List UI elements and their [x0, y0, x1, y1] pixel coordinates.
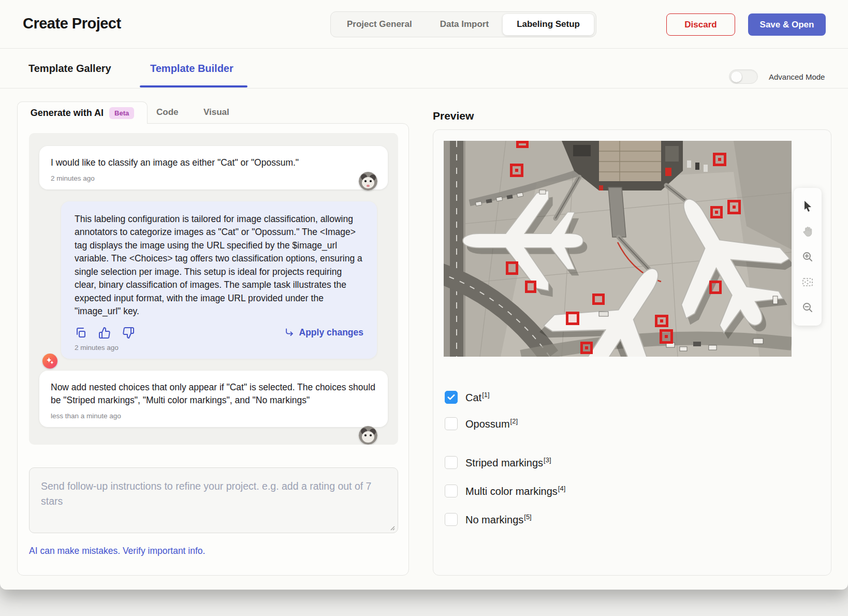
followup-input[interactable] [29, 467, 398, 533]
choice-no-markings[interactable]: No markings[5] [445, 512, 532, 526]
preview-image[interactable] [444, 141, 792, 357]
pan-tool-icon[interactable] [800, 224, 815, 239]
apply-changes-button[interactable]: Apply changes [284, 327, 363, 338]
wizard-step-tabs: Project General Data Import Labeling Set… [330, 11, 596, 37]
fit-screen-icon[interactable] [800, 275, 815, 289]
preview-title: Preview [433, 110, 474, 122]
hotkey-badge: [2] [510, 417, 518, 425]
header: Create Project Project General Data Impo… [0, 0, 848, 49]
annotation-layer [444, 141, 792, 357]
tab-code[interactable]: Code [156, 101, 179, 123]
hotkey-badge: [1] [482, 391, 489, 399]
cursor-tool-icon[interactable] [800, 199, 815, 213]
tab-project-general[interactable]: Project General [333, 14, 426, 35]
create-project-modal: Create Project Project General Data Impo… [0, 0, 848, 590]
beta-badge: Beta [109, 107, 134, 119]
ai-disclaimer: AI can make mistakes. Verify important i… [29, 546, 205, 556]
tab-visual[interactable]: Visual [203, 101, 229, 123]
thumbs-up-icon[interactable] [98, 327, 111, 339]
message-text: This labeling configuration is tailored … [75, 213, 363, 318]
annotation-box [655, 315, 668, 327]
choice-label: Cat[1] [465, 391, 490, 404]
zoom-in-icon[interactable] [800, 250, 815, 264]
chat-history[interactable]: I would like to classify an image as eit… [29, 133, 398, 445]
ai-avatar [42, 354, 57, 369]
tab-template-gallery[interactable]: Template Gallery [28, 63, 111, 75]
image-toolbar [794, 188, 822, 326]
annotation-box [727, 200, 741, 214]
active-tab-underline [140, 85, 247, 87]
annotation-box [580, 342, 593, 354]
choice-label: Striped markings[3] [465, 456, 551, 469]
zoom-out-icon[interactable] [800, 300, 815, 315]
annotation-box [516, 141, 529, 148]
message-text: Now add nested choices that only appear … [51, 381, 376, 407]
choice-striped-markings[interactable]: Striped markings[3] [445, 455, 551, 470]
toggle-knob [731, 71, 742, 82]
user-avatar [359, 426, 377, 445]
choice-label: Multi color markings[4] [465, 485, 565, 497]
template-subnav: Template Gallery Template Builder Advanc… [0, 49, 848, 89]
discard-button[interactable]: Discard [666, 13, 735, 36]
advanced-mode-label: Advanced Mode [769, 72, 825, 81]
message-timestamp: less than a minute ago [51, 412, 376, 420]
tab-data-import[interactable]: Data Import [426, 14, 503, 35]
chat-message-user: Now add nested choices that only appear … [39, 371, 388, 427]
checkbox[interactable] [445, 513, 458, 526]
checkbox[interactable] [445, 391, 458, 404]
message-timestamp: 2 minutes ago [51, 174, 376, 182]
apply-changes-label: Apply changes [299, 327, 363, 338]
annotation-box [506, 261, 518, 275]
thumbs-down-icon[interactable] [122, 327, 135, 339]
message-text: I would like to classify an image as eit… [51, 156, 376, 170]
checkbox[interactable] [445, 417, 458, 430]
tab-template-builder[interactable]: Template Builder [150, 63, 233, 75]
preview-panel: Cat[1] Opossum[2] Striped markings[3] Mu… [433, 129, 831, 576]
message-timestamp: 2 minutes ago [75, 344, 363, 351]
chat-message-assistant: This labeling configuration is tailored … [61, 201, 377, 359]
generate-ai-tab-label: Generate with AI [31, 108, 104, 119]
copy-icon[interactable] [75, 327, 87, 339]
tab-labeling-setup[interactable]: Labeling Setup [503, 14, 594, 35]
save-open-button[interactable]: Save & Open [748, 13, 826, 36]
user-avatar [359, 172, 377, 190]
annotation-box [710, 206, 723, 218]
annotation-box [660, 329, 673, 344]
choice-multi-color-markings[interactable]: Multi color markings[4] [445, 483, 565, 498]
choice-label: No markings[5] [465, 513, 532, 526]
advanced-mode-toggle[interactable] [729, 69, 758, 84]
checkbox[interactable] [445, 485, 458, 497]
choice-cat[interactable]: Cat[1] [445, 390, 490, 404]
annotation-box [713, 153, 726, 166]
choice-label: Opossum[2] [465, 417, 518, 430]
annotation-box [510, 164, 523, 177]
chat-message-user: I would like to classify an image as eit… [39, 146, 388, 189]
hotkey-badge: [4] [558, 485, 565, 492]
annotation-box [566, 312, 579, 325]
annotation-box [525, 281, 536, 293]
hotkey-badge: [3] [544, 456, 551, 464]
page-title: Create Project [23, 15, 121, 32]
message-actions: Apply changes [75, 327, 363, 339]
tab-generate-with-ai[interactable]: Generate with AI Beta [17, 101, 148, 124]
choice-opossum[interactable]: Opossum[2] [445, 416, 518, 431]
hotkey-badge: [5] [524, 513, 531, 521]
ai-builder-panel: I would like to classify an image as eit… [17, 123, 409, 576]
checkbox[interactable] [445, 456, 458, 469]
annotation-box [709, 281, 722, 294]
annotation-box [592, 294, 605, 305]
apply-arrow-icon [284, 328, 295, 338]
